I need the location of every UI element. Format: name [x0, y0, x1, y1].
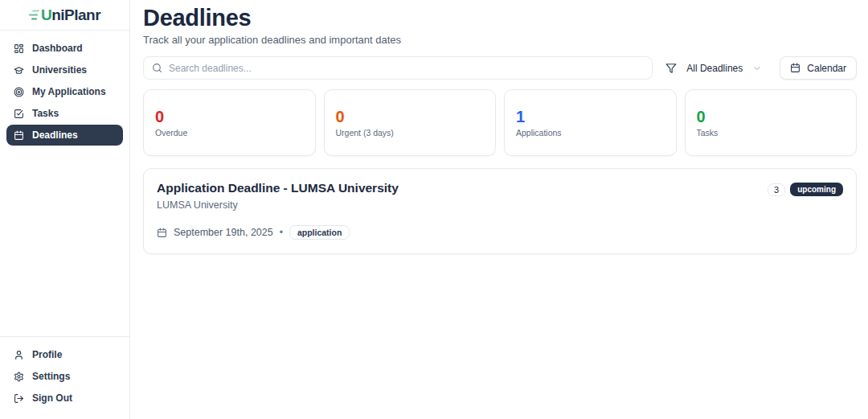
- graduation-cap-icon: [14, 65, 24, 76]
- deadline-card-text: Application Deadline - LUMSA University …: [157, 181, 399, 211]
- sidebar-item-label: Sign Out: [32, 392, 72, 404]
- stat-card-applications: 1 Applications: [504, 89, 677, 156]
- sidebar-item-label: Universities: [32, 64, 87, 76]
- stat-card-overdue: 0 Overdue: [143, 89, 316, 156]
- filter-funnel-icon: [665, 63, 677, 74]
- deadline-university: LUMSA University: [157, 199, 399, 211]
- sidebar-item-label: Profile: [32, 349, 62, 360]
- sidebar-item-label: Settings: [32, 371, 70, 382]
- sidebar-footer: Profile Settings Sign Out: [0, 336, 129, 419]
- deadline-type-badge: application: [289, 225, 350, 240]
- stat-label: Applications: [516, 128, 676, 138]
- deadline-meta-row: September 19th, 2025 • application: [157, 225, 843, 240]
- main-content: Deadlines Track all your application dea…: [130, 0, 868, 254]
- stats-row: 0 Overdue 0 Urgent (3 days) 1 Applicatio…: [143, 89, 857, 156]
- sidebar-item-dashboard[interactable]: Dashboard: [6, 38, 123, 59]
- filter-group: All Deadlines: [665, 63, 767, 74]
- stat-label: Overdue: [155, 128, 315, 138]
- stat-label: Tasks: [697, 128, 857, 138]
- brand-text: UniPlanr: [41, 6, 100, 24]
- days-count-badge: 3: [768, 183, 785, 196]
- gear-icon: [14, 372, 24, 382]
- stat-value: 1: [516, 109, 676, 125]
- sidebar-item-label: My Applications: [32, 86, 106, 97]
- calendar-button-label: Calendar: [807, 63, 846, 74]
- chevron-down-icon: [752, 64, 762, 73]
- toolbar: All Deadlines Calendar: [143, 56, 857, 80]
- status-badge: upcoming: [790, 183, 843, 196]
- calendar-icon: [790, 63, 800, 73]
- brand-rest: ni: [51, 6, 64, 23]
- sidebar-item-label: Tasks: [32, 108, 59, 119]
- stat-value: 0: [697, 109, 857, 125]
- deadline-date: September 19th, 2025: [174, 227, 273, 238]
- logo-row: UniPlanr: [0, 0, 129, 31]
- brand-second: Planr: [64, 6, 100, 23]
- deadline-title: Application Deadline - LUMSA University: [157, 181, 399, 195]
- sidebar-item-tasks[interactable]: Tasks: [6, 103, 123, 124]
- page-subtitle: Track all your application deadlines and…: [143, 34, 857, 46]
- dot-separator: •: [280, 227, 283, 238]
- brand-logo: UniPlanr: [29, 6, 100, 24]
- sidebar-nav: Dashboard Universities My Applications T…: [0, 31, 129, 146]
- brand-accent-letter: U: [41, 6, 51, 23]
- sidebar-item-label: Deadlines: [32, 129, 78, 141]
- calendar-button[interactable]: Calendar: [780, 56, 857, 80]
- sidebar: UniPlanr Dashboard Universities My Appli…: [0, 0, 130, 419]
- search-input[interactable]: [169, 63, 644, 74]
- sidebar-item-deadlines[interactable]: Deadlines: [6, 125, 123, 146]
- stat-card-urgent: 0 Urgent (3 days): [324, 89, 497, 156]
- sidebar-item-label: Dashboard: [32, 43, 83, 54]
- filter-selected-value: All Deadlines: [686, 63, 743, 74]
- deadline-card-header: Application Deadline - LUMSA University …: [157, 181, 843, 211]
- search-box: [143, 56, 653, 80]
- sidebar-item-profile[interactable]: Profile: [6, 344, 123, 365]
- page-title: Deadlines: [143, 5, 857, 31]
- target-icon: [14, 87, 24, 97]
- check-square-icon: [14, 109, 24, 119]
- deadline-list-item[interactable]: Application Deadline - LUMSA University …: [143, 168, 857, 254]
- deadline-badges: 3 upcoming: [768, 183, 843, 196]
- dashboard-icon: [14, 43, 24, 54]
- sidebar-item-universities[interactable]: Universities: [6, 60, 123, 80]
- stat-label: Urgent (3 days): [336, 128, 496, 138]
- calendar-icon: [14, 130, 24, 141]
- calendar-icon: [157, 228, 167, 238]
- sidebar-item-settings[interactable]: Settings: [6, 366, 123, 387]
- stat-value: 0: [336, 109, 496, 125]
- search-icon: [152, 63, 162, 73]
- deadline-filter-dropdown[interactable]: All Deadlines: [686, 63, 762, 74]
- sidebar-item-sign-out[interactable]: Sign Out: [6, 388, 123, 409]
- user-icon: [14, 350, 24, 360]
- sign-out-icon: [14, 393, 24, 404]
- sidebar-item-my-applications[interactable]: My Applications: [6, 81, 123, 102]
- stat-value: 0: [155, 109, 315, 125]
- speed-dashes-icon: [29, 9, 39, 21]
- stat-card-tasks: 0 Tasks: [685, 89, 858, 156]
